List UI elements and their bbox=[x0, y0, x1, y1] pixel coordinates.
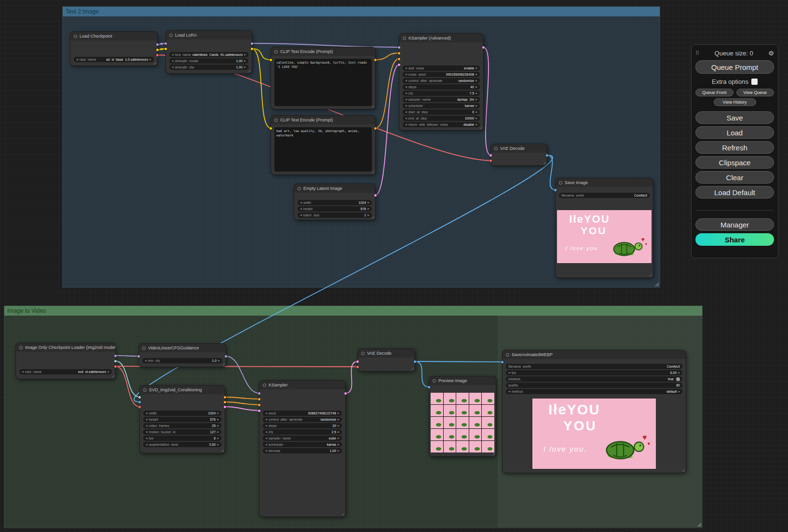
model-input-slot[interactable] bbox=[397, 46, 401, 49]
manager-button[interactable]: Manager bbox=[695, 218, 774, 231]
increment-arrow-icon[interactable]: ▶ bbox=[367, 208, 369, 210]
widget-width[interactable]: ◀width1024▶ bbox=[143, 411, 221, 416]
widget-scheduler[interactable]: ◀schedulerkarras▶ bbox=[403, 103, 480, 108]
node-load-checkpoint[interactable]: Load Checkpoint◀ckpt_namesd_xl_base_1.0.… bbox=[70, 32, 157, 66]
node-titlebar[interactable]: SaveAnimatedWEBP bbox=[503, 350, 686, 359]
increment-arrow-icon[interactable]: ▶ bbox=[244, 53, 246, 56]
conditioning-input-slot[interactable] bbox=[258, 403, 261, 407]
increment-arrow-icon[interactable]: ▶ bbox=[338, 412, 340, 414]
increment-arrow-icon[interactable]: ▶ bbox=[338, 437, 340, 439]
prompt-textarea[interactable]: valentine, simple background, turtle, te… bbox=[274, 59, 372, 106]
vae-output-slot[interactable] bbox=[114, 365, 117, 368]
increment-arrow-icon[interactable]: ▶ bbox=[367, 214, 369, 216]
widget-quality[interactable]: quality80 bbox=[506, 383, 682, 388]
widget-cfg[interactable]: ◀cfg2.5▶ bbox=[263, 429, 342, 435]
latent-input-slot[interactable] bbox=[489, 154, 492, 157]
decrement-arrow-icon[interactable]: ◀ bbox=[22, 371, 24, 373]
collapse-dot-icon[interactable] bbox=[142, 346, 146, 350]
node-save-image[interactable]: Save Imagefilename_prefixComfyUIIłeYOUYO… bbox=[556, 178, 653, 278]
image-output-slot[interactable] bbox=[413, 360, 417, 363]
decrement-arrow-icon[interactable]: ◀ bbox=[76, 58, 78, 61]
node-titlebar[interactable]: VAE Decode bbox=[358, 349, 415, 358]
increment-arrow-icon[interactable]: ▶ bbox=[476, 80, 477, 82]
decrement-arrow-icon[interactable]: ◀ bbox=[405, 80, 407, 82]
node-titlebar[interactable]: Load Checkpoint bbox=[70, 32, 157, 40]
node-titlebar[interactable]: Preview Image bbox=[429, 376, 496, 385]
node-titlebar[interactable]: VideoLinearCFGGuidance bbox=[139, 344, 226, 352]
widget-steps[interactable]: ◀steps40▶ bbox=[403, 84, 480, 90]
widget-augmentation_level[interactable]: ◀augmentation_level0.00▶ bbox=[143, 442, 221, 447]
widget-end_at_step[interactable]: ◀end_at_step10000▶ bbox=[403, 116, 480, 121]
model-output-slot[interactable] bbox=[250, 42, 254, 45]
widget-sampler_name[interactable]: ◀sampler_nameeuler▶ bbox=[263, 436, 342, 441]
node-video-linear-cfg-guidance[interactable]: VideoLinearCFGGuidance◀min_cfg1.0▶ bbox=[139, 344, 226, 367]
share-button[interactable]: Share bbox=[695, 233, 774, 246]
widget-strength_model[interactable]: ◀strength_model1.00▶ bbox=[169, 58, 248, 64]
node-ksampler[interactable]: KSampler◀seed508627498122746▶◀control_af… bbox=[259, 381, 345, 517]
latent-output-slot[interactable] bbox=[344, 392, 347, 395]
decrement-arrow-icon[interactable]: ◀ bbox=[146, 425, 148, 427]
collapse-dot-icon[interactable] bbox=[298, 187, 301, 190]
latent-output-slot[interactable] bbox=[374, 194, 377, 197]
increment-arrow-icon[interactable]: ▶ bbox=[476, 111, 477, 113]
increment-arrow-icon[interactable]: ▶ bbox=[338, 425, 340, 427]
collapse-dot-icon[interactable] bbox=[263, 384, 266, 387]
increment-arrow-icon[interactable]: ▶ bbox=[476, 67, 477, 69]
vae-input-slot[interactable] bbox=[356, 365, 359, 369]
decrement-arrow-icon[interactable]: ◀ bbox=[146, 412, 148, 414]
node-preview-image[interactable]: Preview Image bbox=[429, 376, 496, 456]
model-output-slot[interactable] bbox=[114, 354, 117, 358]
decrement-arrow-icon[interactable]: ◀ bbox=[405, 117, 407, 120]
clip_vision-output-slot[interactable] bbox=[114, 359, 117, 363]
latent-input-slot[interactable] bbox=[397, 63, 401, 66]
node-save-animated-webp[interactable]: SaveAnimatedWEBPfilename_prefixComfyUI◀f… bbox=[503, 350, 686, 473]
decrement-arrow-icon[interactable]: ◀ bbox=[405, 92, 407, 94]
decrement-arrow-icon[interactable]: ◀ bbox=[300, 208, 302, 210]
toggle-knob[interactable] bbox=[676, 377, 680, 381]
widget-return_with_leftover_noise[interactable]: ◀return_with_leftover_noisedisable▶ bbox=[403, 122, 480, 127]
node-titlebar[interactable]: CLIP Text Encode (Prompt) bbox=[271, 47, 375, 56]
drag-handle-icon[interactable]: ⠿ bbox=[695, 50, 699, 56]
image-input-slot[interactable] bbox=[427, 386, 431, 389]
increment-arrow-icon[interactable]: ▶ bbox=[218, 359, 220, 362]
latent-output-slot[interactable] bbox=[223, 405, 227, 409]
model-output-slot[interactable] bbox=[156, 43, 159, 46]
image-input-slot[interactable] bbox=[138, 400, 141, 404]
decrement-arrow-icon[interactable]: ◀ bbox=[146, 443, 148, 446]
node-editor-canvas[interactable]: Text 2 ImageImage to VideoLoad Checkpoin… bbox=[0, 0, 788, 532]
increment-arrow-icon[interactable]: ▶ bbox=[476, 73, 477, 76]
decrement-arrow-icon[interactable]: ◀ bbox=[405, 111, 407, 113]
widget-ckpt_name[interactable]: ◀ckpt_namesvd_xt.safetensors▶ bbox=[19, 369, 112, 374]
extra-options-checkbox[interactable] bbox=[751, 79, 758, 85]
vae-output-slot[interactable] bbox=[156, 53, 159, 57]
image-input-slot[interactable] bbox=[554, 188, 557, 192]
widget-control_after_generate[interactable]: ◀control_after_generaterandomize▶ bbox=[263, 417, 342, 422]
widget-cfg[interactable]: ◀cfg7.5▶ bbox=[403, 91, 480, 96]
node-image-only-checkpoint-loader[interactable]: Image Only Checkpoint Loader (img2vid mo… bbox=[16, 343, 115, 379]
collapse-dot-icon[interactable] bbox=[494, 147, 498, 150]
model-input-slot[interactable] bbox=[164, 42, 167, 45]
image-input-slot[interactable] bbox=[501, 360, 504, 364]
decrement-arrow-icon[interactable]: ◀ bbox=[145, 359, 147, 362]
decrement-arrow-icon[interactable]: ◀ bbox=[265, 443, 267, 446]
decrement-arrow-icon[interactable]: ◀ bbox=[265, 431, 267, 433]
node-titlebar[interactable]: KSampler bbox=[259, 381, 345, 389]
conditioning-output-slot[interactable] bbox=[223, 396, 227, 399]
refresh-button[interactable]: Refresh bbox=[695, 141, 774, 154]
clear-button[interactable]: Clear bbox=[695, 171, 774, 184]
increment-arrow-icon[interactable]: ▶ bbox=[217, 443, 219, 446]
decrement-arrow-icon[interactable]: ◀ bbox=[265, 450, 267, 452]
increment-arrow-icon[interactable]: ▶ bbox=[244, 66, 246, 68]
increment-arrow-icon[interactable]: ▶ bbox=[476, 105, 477, 107]
node-vae-decode-video[interactable]: VAE Decode bbox=[358, 349, 415, 371]
decrement-arrow-icon[interactable]: ◀ bbox=[265, 425, 267, 427]
increment-arrow-icon[interactable]: ▶ bbox=[217, 412, 219, 414]
collapse-dot-icon[interactable] bbox=[506, 353, 509, 357]
load-default-button[interactable]: Load Default bbox=[695, 186, 774, 199]
node-empty-latent-image[interactable]: Empty Latent Image◀width1024▶◀height576▶… bbox=[294, 184, 375, 220]
increment-arrow-icon[interactable]: ▶ bbox=[678, 372, 680, 374]
increment-arrow-icon[interactable]: ▶ bbox=[217, 418, 219, 421]
increment-arrow-icon[interactable]: ▶ bbox=[338, 443, 340, 446]
widget-lossless[interactable]: losslesstrue bbox=[506, 376, 682, 382]
widget-denoise[interactable]: ◀denoise1.00▶ bbox=[263, 448, 342, 453]
